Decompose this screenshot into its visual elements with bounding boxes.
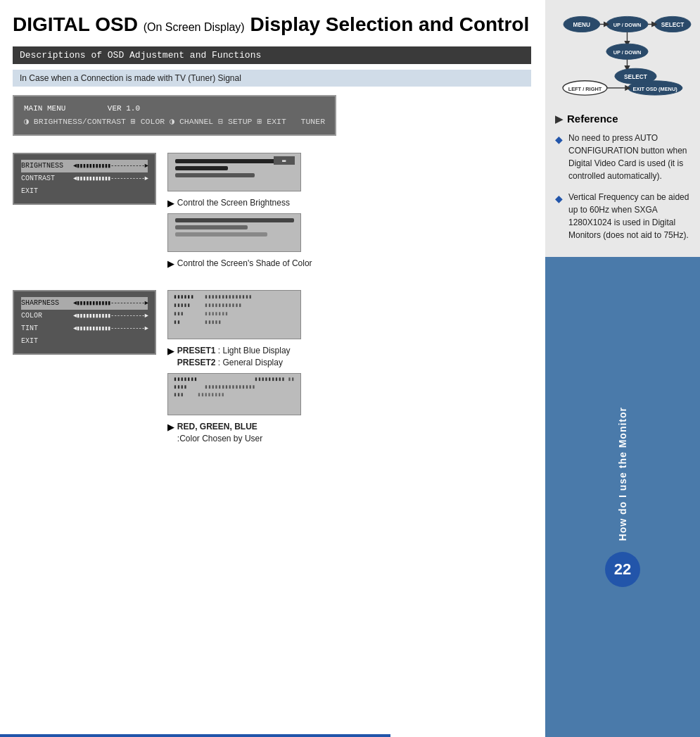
sharpness-osd-box: SHARPNESS ◄▮▮▮▮▮▮▮▮▮▮▮-----------► COLOR… <box>13 290 156 355</box>
color-row: COLOR ◄▮▮▮▮▮▮▮▮▮▮▮-----------► <box>21 310 148 322</box>
menu-row-3: ⊟ SETUP <box>218 117 252 126</box>
menu-row-4: ⊞ EXIT <box>257 117 286 126</box>
bottom-rule <box>0 734 390 737</box>
diamond-icon-0: ◆ <box>555 132 563 182</box>
svg-text:SELECT: SELECT <box>661 21 685 28</box>
svg-text:EXIT OSD (MENU): EXIT OSD (MENU) <box>633 86 678 92</box>
brightness-row: BRIGHTNESS ◄▮▮▮▮▮▮▮▮▮▮▮-----------► <box>21 160 148 172</box>
reference-title: ▶ Reference <box>555 113 690 125</box>
brightness-section: BRIGHTNESS ◄▮▮▮▮▮▮▮▮▮▮▮-----------► CONT… <box>13 153 531 272</box>
sharpness-section: SHARPNESS ◄▮▮▮▮▮▮▮▮▮▮▮-----------► COLOR… <box>13 290 531 447</box>
svg-text:SELECT: SELECT <box>624 73 647 80</box>
menu-row-5: TUNER <box>291 117 325 126</box>
page-number: 22 <box>605 552 640 587</box>
contrast-row: CONTRAST ◄▮▮▮▮▮▮▮▮▮▮▮-----------► <box>21 172 148 185</box>
sidebar-rotated-text: How do I use the Monitor <box>617 407 628 541</box>
subtitle-bar: In Case when a Connection is made with T… <box>13 70 531 87</box>
sharpness-preview-1: ▮▮▮▮▮▮ ▮▮▮▮▮▮▮▮▮▮▮▮▮▮ ▮▮▮▮▮ ▮▮▮▮▮▮▮▮▮▮▮ … <box>167 290 301 339</box>
svg-text:UP / DOWN: UP / DOWN <box>613 49 642 56</box>
menu-row-0: ◑ BRIGHTNESS/CONTRAST <box>24 117 126 126</box>
ref-item-0: ◆ No need to press AUTO CONFIGURATION bu… <box>555 132 690 182</box>
main-content: DIGITAL OSD (On Screen Display) Display … <box>0 0 545 737</box>
svg-text:LEFT / RIGHT: LEFT / RIGHT <box>568 86 602 92</box>
sharpness-desc-1: ▶ PRESET1 : Light Blue Display PRESET2 :… <box>167 345 531 369</box>
diagram-area: MENU UP / DOWN SELECT UP / DOWN SELECT <box>545 0 700 106</box>
brightness-osd: BRIGHTNESS ◄▮▮▮▮▮▮▮▮▮▮▮-----------► CONT… <box>13 153 156 205</box>
brightness-desc: ▬ ▶ Control the Screen Brightness ▶ Cont… <box>167 153 531 272</box>
title-part1: DIGITAL OSD <box>13 13 138 35</box>
brightness-desc-2: ▶ Control the Screen's Shade of Color <box>167 258 531 270</box>
brightness-osd-box: BRIGHTNESS ◄▮▮▮▮▮▮▮▮▮▮▮-----------► CONT… <box>13 153 156 205</box>
sharpness-row: SHARPNESS ◄▮▮▮▮▮▮▮▮▮▮▮-----------► <box>21 297 148 310</box>
brightness-preview-1: ▬ <box>167 153 301 191</box>
exit-row-sharpness: EXIT <box>21 335 148 348</box>
page-title: DIGITAL OSD (On Screen Display) Display … <box>13 13 531 37</box>
sharpness-osd: SHARPNESS ◄▮▮▮▮▮▮▮▮▮▮▮-----------► COLOR… <box>13 290 156 355</box>
section-header: Descriptions of OSD Adjustment and Funct… <box>13 46 531 64</box>
sharpness-preview-2: ▮▮▮▮▮▮▮ ▮▮▮▮▮▮▮▮▮ ▮▮ ▮▮▮▮ ▮▮▮▮▮▮▮▮▮▮▮▮▮▮… <box>167 373 301 415</box>
sharpness-desc-2: ▶ RED, GREEN, BLUE :Color Chosen by User <box>167 421 531 445</box>
svg-text:UP / DOWN: UP / DOWN <box>613 22 642 28</box>
sharpness-desc: ▮▮▮▮▮▮ ▮▮▮▮▮▮▮▮▮▮▮▮▮▮ ▮▮▮▮▮ ▮▮▮▮▮▮▮▮▮▮▮ … <box>167 290 531 447</box>
reference-section: ▶ Reference ◆ No need to press AUTO CONF… <box>545 106 700 257</box>
brightness-preview-2 <box>167 213 301 252</box>
right-sidebar: MENU UP / DOWN SELECT UP / DOWN SELECT <box>545 0 700 737</box>
main-menu-osd: MAIN MENU VER 1.0 ◑ BRIGHTNESS/CONTRAST … <box>13 95 336 136</box>
brightness-desc-1: ▶ Control the Screen Brightness <box>167 197 531 209</box>
title-small: (On Screen Display) <box>144 21 245 33</box>
exit-row-brightness: EXIT <box>21 185 148 198</box>
tint-row: TINT ◄▮▮▮▮▮▮▮▮▮▮▮-----------► <box>21 322 148 335</box>
diamond-icon-1: ◆ <box>555 191 563 241</box>
sidebar-bottom: How do I use the Monitor 22 <box>545 257 700 737</box>
menu-row-1: ⊞ COLOR <box>131 117 165 126</box>
svg-text:MENU: MENU <box>573 21 590 28</box>
ref-item-1: ◆ Vertical Frequency can be aided up to … <box>555 191 690 241</box>
main-menu-header: MAIN MENU VER 1.0 <box>24 102 325 115</box>
title-part2: Display Selection and Control <box>250 13 529 35</box>
nav-diagram: MENU UP / DOWN SELECT UP / DOWN SELECT <box>554 11 692 96</box>
menu-row-2: ◑ CHANNEL <box>170 117 213 126</box>
